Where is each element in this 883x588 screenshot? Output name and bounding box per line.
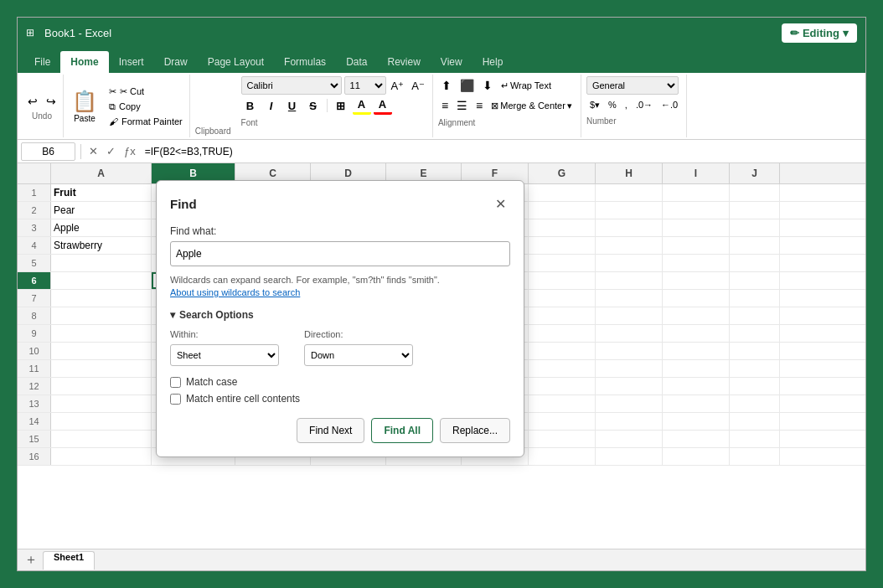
row-number-2[interactable]: 2 (18, 202, 51, 219)
row-number-11[interactable]: 11 (18, 360, 51, 377)
underline-button[interactable]: U (283, 96, 302, 115)
tab-file[interactable]: File (24, 51, 60, 73)
list-item[interactable] (730, 290, 780, 307)
row-number-15[interactable]: 15 (18, 431, 51, 447)
direction-select[interactable]: Down Up (304, 344, 413, 366)
row-number-3[interactable]: 3 (18, 219, 51, 236)
list-item[interactable] (51, 448, 152, 465)
list-item[interactable] (529, 448, 596, 465)
editing-button[interactable]: ✏ Editing ▾ (782, 23, 857, 43)
find-all-button[interactable]: Find All (371, 418, 433, 443)
align-right-button[interactable]: ≡ (472, 96, 486, 115)
list-item[interactable] (51, 343, 152, 359)
list-item[interactable] (663, 325, 730, 342)
within-select[interactable]: Sheet Workbook (170, 344, 279, 366)
tab-review[interactable]: Review (377, 51, 430, 73)
tab-draw[interactable]: Draw (154, 51, 198, 73)
list-item[interactable] (663, 413, 730, 430)
list-item[interactable] (529, 272, 596, 289)
list-item[interactable] (596, 395, 663, 412)
list-item[interactable] (730, 448, 780, 465)
list-item[interactable] (51, 431, 152, 447)
list-item[interactable] (51, 325, 152, 342)
bold-button[interactable]: B (241, 96, 260, 115)
list-item[interactable] (596, 290, 663, 307)
confirm-formula-button[interactable]: ✓ (104, 144, 118, 158)
sheet-tab-sheet1[interactable]: Sheet1 (43, 551, 95, 570)
list-item[interactable] (529, 290, 596, 307)
row-number-7[interactable]: 7 (18, 290, 51, 307)
row-number-13[interactable]: 13 (18, 395, 51, 412)
find-hint-link[interactable]: About using wildcards to search (170, 287, 510, 297)
col-header-h[interactable]: H (596, 163, 663, 183)
tab-data[interactable]: Data (336, 51, 377, 73)
font-color-button[interactable]: A (374, 96, 392, 115)
list-item[interactable] (529, 237, 596, 254)
add-sheet-button[interactable]: ＋ (21, 551, 41, 569)
match-case-checkbox[interactable] (170, 377, 181, 388)
number-format-select[interactable]: General Number Currency Percentage (586, 76, 679, 95)
list-item[interactable] (529, 343, 596, 359)
list-item[interactable] (663, 360, 730, 377)
copy-button[interactable]: ⧉ Copy (106, 100, 186, 114)
list-item[interactable] (51, 272, 152, 289)
align-top-button[interactable]: ⬆ (438, 76, 455, 95)
list-item[interactable] (663, 272, 730, 289)
cell-reference-box[interactable] (21, 142, 75, 161)
tab-formulas[interactable]: Formulas (274, 51, 336, 73)
redo-button[interactable]: ↪ (43, 91, 59, 111)
merge-center-button[interactable]: ⊠ Merge & Center ▾ (488, 99, 576, 113)
list-item[interactable] (663, 237, 730, 254)
row-number-9[interactable]: 9 (18, 325, 51, 342)
list-item[interactable] (596, 219, 663, 236)
accounting-format-button[interactable]: $▾ (586, 96, 603, 113)
formula-input[interactable] (142, 142, 862, 161)
comma-button[interactable]: , (622, 96, 631, 113)
find-next-button[interactable]: Find Next (297, 418, 364, 443)
list-item[interactable] (529, 202, 596, 219)
list-item[interactable] (51, 255, 152, 271)
list-item[interactable] (596, 272, 663, 289)
find-search-options-header[interactable]: ▾ Search Options (170, 309, 510, 321)
list-item[interactable] (730, 202, 780, 219)
row-number-5[interactable]: 5 (18, 255, 51, 271)
align-center-button[interactable]: ☰ (453, 96, 471, 115)
col-header-j[interactable]: J (730, 163, 780, 183)
cut-button[interactable]: ✂ ✂ Cut (106, 85, 186, 99)
list-item[interactable] (529, 307, 596, 324)
align-middle-button[interactable]: ⬛ (457, 76, 478, 95)
col-header-g[interactable]: G (529, 163, 596, 183)
list-item[interactable] (730, 431, 780, 447)
list-item[interactable] (663, 378, 730, 395)
list-item[interactable] (596, 325, 663, 342)
list-item[interactable] (730, 307, 780, 324)
align-left-button[interactable]: ≡ (438, 96, 452, 115)
list-item[interactable] (596, 184, 663, 201)
list-item[interactable] (663, 343, 730, 359)
list-item[interactable] (51, 307, 152, 324)
list-item[interactable] (529, 360, 596, 377)
match-entire-row[interactable]: Match entire cell contents (170, 393, 510, 405)
font-name-select[interactable]: Calibri Arial Times New Roman (241, 76, 342, 95)
list-item[interactable] (51, 290, 152, 307)
row-number-12[interactable]: 12 (18, 378, 51, 395)
border-button[interactable]: ⊞ (332, 96, 350, 115)
list-item[interactable] (730, 219, 780, 236)
list-item[interactable] (529, 325, 596, 342)
format-painter-button[interactable]: 🖌 Format Painter (106, 115, 186, 128)
list-item[interactable] (663, 307, 730, 324)
row-number-4[interactable]: 4 (18, 237, 51, 254)
list-item[interactable] (596, 378, 663, 395)
list-item[interactable] (730, 237, 780, 254)
list-item[interactable] (596, 237, 663, 254)
list-item[interactable] (663, 184, 730, 201)
row-number-14[interactable]: 14 (18, 413, 51, 430)
wrap-text-button[interactable]: ↵ Wrap Text (498, 79, 555, 93)
list-item[interactable] (730, 325, 780, 342)
find-close-button[interactable]: ✕ (491, 194, 510, 214)
replace-button[interactable]: Replace... (440, 418, 510, 443)
col-header-a[interactable]: A (51, 163, 152, 183)
increase-decimal-button[interactable]: .0→ (633, 96, 656, 113)
list-item[interactable] (596, 360, 663, 377)
list-item[interactable] (730, 255, 780, 271)
